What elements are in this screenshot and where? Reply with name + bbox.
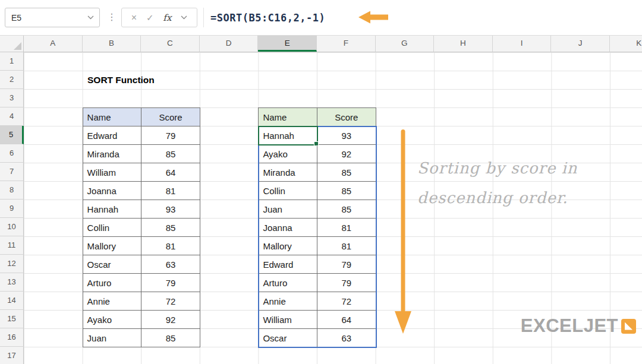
- cell-score[interactable]: 81: [141, 182, 200, 200]
- cell-score[interactable]: 85: [141, 219, 200, 237]
- cell-score[interactable]: 92: [317, 145, 376, 163]
- cell-score[interactable]: 85: [317, 200, 376, 219]
- cell-score[interactable]: 81: [317, 237, 376, 255]
- column-header-I[interactable]: I: [493, 36, 552, 52]
- cell-name[interactable]: Arturo: [259, 274, 317, 292]
- cell-score[interactable]: 85: [141, 329, 200, 347]
- row-header-9[interactable]: 9: [0, 200, 24, 218]
- cell-name[interactable]: Edward: [259, 255, 317, 274]
- cell-score[interactable]: 79: [141, 274, 200, 292]
- cell-name[interactable]: Collin: [259, 182, 317, 200]
- row-header-10[interactable]: 10: [0, 218, 24, 236]
- cell-name[interactable]: Annie: [259, 292, 317, 311]
- name-box[interactable]: E5: [5, 8, 100, 27]
- column-header-E[interactable]: E: [258, 36, 317, 52]
- formula-input[interactable]: =SORT(B5:C16,2,-1): [210, 0, 325, 36]
- cell-name[interactable]: Arturo: [83, 274, 142, 292]
- row-header-14[interactable]: 14: [0, 292, 24, 310]
- cell-score[interactable]: 64: [141, 163, 200, 182]
- formula-buttons-group: × ✓ fx: [121, 8, 197, 27]
- cell-score[interactable]: 63: [317, 329, 376, 347]
- cell-name[interactable]: Oscar: [259, 329, 317, 347]
- row-header-17[interactable]: 17: [0, 347, 24, 364]
- cell-score[interactable]: 72: [141, 292, 200, 311]
- down-arrow-icon: [393, 129, 413, 334]
- cell-name[interactable]: Juan: [259, 200, 317, 219]
- cell-score[interactable]: 64: [317, 311, 376, 329]
- column-header-F[interactable]: F: [317, 36, 376, 52]
- cancel-icon[interactable]: ×: [131, 12, 137, 23]
- row-header-15[interactable]: 15: [0, 310, 24, 328]
- row-header-7[interactable]: 7: [0, 163, 24, 181]
- cell-name[interactable]: Hannah: [83, 200, 142, 219]
- chevron-down-icon[interactable]: [181, 15, 187, 20]
- row-header-3[interactable]: 3: [0, 89, 24, 107]
- cell-name[interactable]: Ayako: [259, 145, 317, 163]
- column-header-H[interactable]: H: [434, 36, 493, 52]
- table-row: Juan85: [83, 329, 200, 347]
- cell-name[interactable]: William: [259, 311, 317, 329]
- row-header-4[interactable]: 4: [0, 107, 24, 126]
- select-all-corner[interactable]: [0, 36, 24, 52]
- cell-name[interactable]: William: [83, 163, 142, 182]
- cell-score[interactable]: 79: [317, 255, 376, 274]
- row-header-8[interactable]: 8: [0, 181, 24, 200]
- cell-name[interactable]: Ayako: [83, 311, 142, 329]
- row-header-11[interactable]: 11: [0, 236, 24, 255]
- cell-name[interactable]: Miranda: [259, 163, 317, 182]
- row-header-1[interactable]: 1: [0, 52, 24, 71]
- row-header-6[interactable]: 6: [0, 144, 24, 163]
- cell-score[interactable]: 93: [141, 200, 200, 219]
- row-header-2[interactable]: 2: [0, 71, 24, 89]
- row-header-16[interactable]: 16: [0, 328, 24, 347]
- column-header-D[interactable]: D: [200, 36, 259, 52]
- row-header-13[interactable]: 13: [0, 273, 24, 292]
- cell-name[interactable]: Mallory: [259, 237, 317, 255]
- header-cell-score[interactable]: Score: [317, 108, 376, 126]
- row-header-12[interactable]: 12: [0, 255, 24, 273]
- cell-name[interactable]: Annie: [83, 292, 142, 311]
- formula-bar: E5 ⋮ × ✓ fx =SORT(B5:C16,2,-1): [0, 0, 642, 36]
- table-row: Edward79: [83, 126, 200, 145]
- cell-name[interactable]: Mallory: [83, 237, 142, 255]
- table-row: Miranda85: [259, 163, 376, 182]
- cell-score[interactable]: 81: [317, 219, 376, 237]
- column-header-A[interactable]: A: [24, 36, 83, 52]
- header-cell-name[interactable]: Name: [259, 108, 317, 126]
- column-header-C[interactable]: C: [141, 36, 200, 52]
- annotation-line2: descending order.: [417, 183, 578, 213]
- exceljet-logo: EXCELJET: [521, 315, 636, 337]
- cell-name[interactable]: Joanna: [83, 182, 142, 200]
- kebab-menu-icon[interactable]: ⋮: [106, 0, 118, 36]
- column-header-B[interactable]: B: [83, 36, 141, 52]
- cell-score[interactable]: 85: [317, 163, 376, 182]
- cell-score[interactable]: 93: [317, 126, 376, 145]
- chevron-down-icon[interactable]: [87, 15, 94, 20]
- cell-name[interactable]: Collin: [83, 219, 142, 237]
- cell-name[interactable]: Miranda: [83, 145, 142, 163]
- table-row: Edward79: [259, 255, 376, 274]
- header-cell-name[interactable]: Name: [83, 108, 142, 126]
- cell-score[interactable]: 85: [317, 182, 376, 200]
- column-header-G[interactable]: G: [376, 36, 435, 52]
- enter-icon[interactable]: ✓: [146, 12, 154, 23]
- column-header-J[interactable]: J: [551, 36, 610, 52]
- cell-score[interactable]: 81: [141, 237, 200, 255]
- row-header-5[interactable]: 5: [0, 126, 24, 144]
- cell-score[interactable]: 79: [317, 274, 376, 292]
- source-table: NameScoreEdward79Miranda85William64Joann…: [83, 107, 200, 347]
- insert-function-icon[interactable]: fx: [163, 12, 171, 23]
- column-header-K[interactable]: K: [610, 36, 642, 52]
- table-row: William64: [83, 163, 200, 182]
- cell-score[interactable]: 72: [317, 292, 376, 311]
- cell-score[interactable]: 85: [141, 145, 200, 163]
- cell-name[interactable]: Juan: [83, 329, 142, 347]
- cell-name[interactable]: Oscar: [83, 255, 142, 274]
- cell-score[interactable]: 63: [141, 255, 200, 274]
- active-cell-E5[interactable]: Hannah: [259, 126, 317, 145]
- header-cell-score[interactable]: Score: [141, 108, 200, 126]
- cell-name[interactable]: Joanna: [259, 219, 317, 237]
- cell-score[interactable]: 79: [141, 126, 200, 145]
- cell-score[interactable]: 92: [141, 311, 200, 329]
- cell-name[interactable]: Edward: [83, 126, 142, 145]
